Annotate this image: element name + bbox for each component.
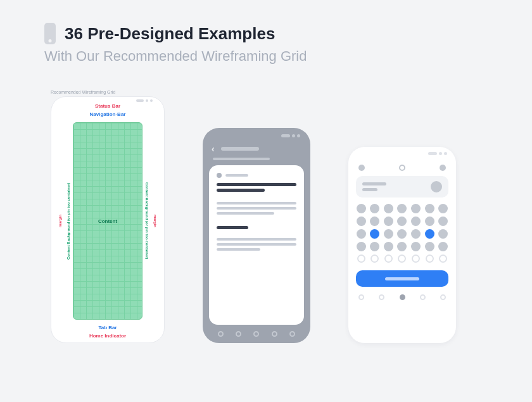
phone-icon bbox=[44, 23, 56, 44]
tab-icon[interactable] bbox=[440, 294, 446, 300]
nav-row: ‹ bbox=[212, 144, 301, 154]
calendar-day[interactable] bbox=[438, 204, 448, 213]
margin-right-label: margin bbox=[151, 122, 159, 320]
tab-icon-active[interactable] bbox=[400, 294, 405, 300]
calendar-day-empty[interactable] bbox=[412, 254, 420, 263]
home-indicator-label: Home Indicator bbox=[56, 333, 159, 339]
grid-caption: Recommended Wireframing Grid bbox=[51, 90, 165, 94]
calendar-day[interactable] bbox=[357, 217, 366, 226]
calendar-day[interactable] bbox=[425, 204, 434, 213]
body-line bbox=[217, 248, 260, 251]
calendar-day[interactable] bbox=[397, 217, 407, 226]
calendar-day[interactable] bbox=[438, 229, 448, 239]
calendar-day[interactable] bbox=[370, 204, 379, 213]
calendar-day[interactable] bbox=[357, 204, 366, 213]
calendar-day[interactable] bbox=[357, 242, 366, 251]
calendar-day[interactable] bbox=[438, 242, 448, 251]
calendar-header bbox=[358, 165, 446, 171]
body-line bbox=[217, 202, 296, 204]
tab-icon[interactable] bbox=[218, 331, 224, 337]
mockups-row: Recommended Wireframing Grid Status Bar … bbox=[0, 65, 532, 343]
page-header: 36 Pre-Designed Examples With Our Recomm… bbox=[0, 0, 532, 65]
margin-left-label: margin bbox=[56, 122, 64, 320]
phone-grid-spec: Recommended Wireframing Grid Status Bar … bbox=[51, 90, 165, 343]
calendar-day-selected[interactable] bbox=[425, 229, 434, 239]
header-dot-icon[interactable] bbox=[440, 165, 446, 171]
calendar-day[interactable] bbox=[384, 217, 393, 226]
header-ring-icon[interactable] bbox=[399, 165, 405, 171]
calendar-day[interactable] bbox=[397, 242, 407, 251]
calendar-day[interactable] bbox=[357, 229, 366, 239]
calendar-day-selected[interactable] bbox=[370, 229, 379, 239]
pill-line bbox=[362, 188, 377, 191]
calendar-day[interactable] bbox=[411, 217, 421, 226]
title-placeholder bbox=[221, 147, 259, 151]
author-row bbox=[217, 173, 296, 178]
tab-icon[interactable] bbox=[236, 331, 241, 337]
content-card bbox=[209, 165, 304, 325]
calendar-day-empty[interactable] bbox=[398, 254, 406, 263]
content-area: margin Content Background (or pin too co… bbox=[56, 122, 159, 320]
primary-button[interactable] bbox=[356, 270, 448, 287]
calendar-day[interactable] bbox=[397, 229, 407, 239]
body-line bbox=[217, 207, 296, 210]
tab-icon[interactable] bbox=[289, 331, 295, 337]
body-line bbox=[217, 212, 274, 215]
phone-frame-calendar bbox=[348, 147, 456, 343]
calendar-day[interactable] bbox=[425, 217, 434, 226]
selector-pill[interactable] bbox=[356, 176, 448, 198]
calendar-day[interactable] bbox=[384, 204, 393, 213]
status-bar-label: Status Bar bbox=[56, 103, 159, 109]
content-label: Content bbox=[98, 218, 117, 224]
header-dot-icon[interactable] bbox=[358, 165, 365, 171]
bottom-nav bbox=[208, 331, 305, 337]
calendar-day[interactable] bbox=[411, 204, 421, 213]
content-grid: Content bbox=[73, 122, 142, 320]
title-row: 36 Pre-Designed Examples bbox=[44, 23, 532, 44]
content-bg-right-label: Content Background (or pin too container… bbox=[144, 122, 150, 320]
calendar-day[interactable] bbox=[370, 217, 379, 226]
body-line bbox=[217, 243, 296, 246]
tab-icon[interactable] bbox=[358, 294, 364, 300]
chevron-left-icon[interactable]: ‹ bbox=[212, 144, 215, 154]
calendar-day-empty[interactable] bbox=[384, 254, 393, 263]
calendar-day-empty[interactable] bbox=[426, 254, 434, 263]
phone-frame-content: ‹ bbox=[203, 128, 310, 343]
author-name-placeholder bbox=[225, 174, 248, 177]
tab-icon[interactable] bbox=[379, 294, 384, 300]
pill-line bbox=[362, 182, 386, 185]
notch-dots-icon bbox=[428, 152, 447, 155]
calendar-grid bbox=[356, 204, 448, 263]
avatar-icon bbox=[217, 173, 222, 178]
notch-dots-icon bbox=[136, 99, 153, 102]
calendar-day[interactable] bbox=[384, 242, 393, 251]
notch-dots-icon bbox=[281, 134, 300, 137]
calendar-day[interactable] bbox=[397, 204, 407, 213]
page-title: 36 Pre-Designed Examples bbox=[65, 24, 275, 44]
calendar-day-empty[interactable] bbox=[439, 254, 447, 263]
tab-icon[interactable] bbox=[253, 331, 259, 337]
pill-avatar-icon bbox=[431, 181, 442, 192]
page-subtitle: With Our Recommended Wireframing Grid bbox=[44, 48, 532, 65]
heading-line bbox=[217, 183, 296, 186]
subtitle-placeholder bbox=[213, 158, 270, 160]
tab-bar-label: Tab Bar bbox=[56, 325, 159, 330]
calendar-day[interactable] bbox=[370, 242, 379, 251]
tab-icon[interactable] bbox=[272, 331, 277, 337]
calendar-day[interactable] bbox=[438, 217, 448, 226]
button-label-placeholder bbox=[385, 277, 419, 280]
calendar-day[interactable] bbox=[425, 242, 434, 251]
heading-line bbox=[217, 189, 265, 192]
calendar-day[interactable] bbox=[411, 242, 421, 251]
bottom-nav bbox=[358, 294, 446, 300]
subheading-line bbox=[217, 226, 248, 229]
navigation-bar-label: Navigation-Bar bbox=[56, 111, 159, 117]
body-line bbox=[217, 238, 296, 241]
calendar-day[interactable] bbox=[411, 229, 421, 239]
calendar-day-empty[interactable] bbox=[370, 254, 379, 263]
calendar-day[interactable] bbox=[384, 229, 393, 239]
phone-frame-grid: Status Bar Navigation-Bar margin Content… bbox=[51, 96, 165, 343]
tab-icon[interactable] bbox=[420, 294, 426, 300]
content-bg-left-label: Content Background (or pin too container… bbox=[65, 122, 72, 320]
calendar-day-empty[interactable] bbox=[357, 254, 365, 263]
